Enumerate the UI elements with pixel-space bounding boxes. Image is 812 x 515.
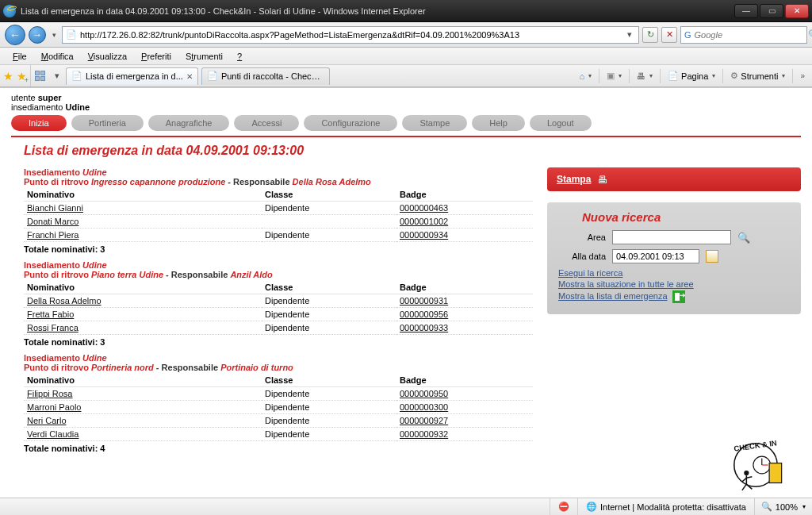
badge-link[interactable]: 0000000933 [400, 323, 448, 332]
menu-bar: File Modifica Visualizza Preferiti Strum… [0, 48, 812, 65]
user-name: super [38, 93, 62, 102]
minimize-button[interactable]: — [734, 4, 758, 18]
col-nominativo: Nominativo [24, 188, 262, 202]
back-button[interactable]: ← [5, 25, 25, 45]
nav-stampe[interactable]: Stampe [402, 115, 467, 131]
menu-preferiti[interactable]: Preferiti [135, 49, 178, 63]
nominativo-link[interactable]: Donati Marco [27, 217, 79, 226]
address-input[interactable] [80, 30, 621, 40]
browser-search-input[interactable] [695, 30, 805, 40]
add-favorite-icon[interactable]: ★+ [17, 70, 27, 83]
table-row: Della Rosa AdelmoDipendente0000000931 [24, 294, 533, 308]
favorites-star-icon[interactable]: ★ [3, 70, 13, 83]
menu-visualizza[interactable]: Visualizza [82, 49, 133, 63]
classe-cell: Dipendente [262, 321, 396, 335]
tab-other[interactable]: 📄 Punti di raccolta - Check&... [201, 67, 330, 85]
search-go-icon[interactable]: 🔍 [808, 29, 812, 40]
nav-configurazione[interactable]: Configurazione [304, 115, 397, 131]
forward-button[interactable]: → [29, 26, 46, 44]
window-titlebar: Lista di emergenza in data 04.09.2001 09… [0, 0, 812, 22]
table-row: Neri CarloDipendente0000000927 [24, 414, 533, 428]
tab-other-label: Punti di raccolta - Check&... [221, 71, 324, 81]
nav-accessi[interactable]: Accessi [234, 115, 299, 131]
checkin-logo: CHECK & IN [723, 437, 788, 493]
tab-close-icon[interactable]: ✕ [186, 72, 193, 81]
badge-link[interactable]: 0000000934 [400, 230, 448, 240]
window-title: Lista di emergenza in data 04.09.2001 09… [21, 6, 734, 16]
emergency-exit-icon [672, 290, 685, 303]
badge-link[interactable]: 0000000463 [400, 203, 448, 213]
nominativo-link[interactable]: Marroni Paolo [27, 402, 81, 412]
tools-menu-button[interactable]: ⚙ Strumenti [726, 68, 789, 84]
quick-tabs-icon[interactable] [34, 71, 48, 82]
nav-logout[interactable]: Logout [530, 115, 592, 131]
zoom-icon: 🔍 [761, 502, 772, 512]
group-table: NominativoClasseBadgeDella Rosa AdelmoDi… [24, 281, 533, 335]
emergency-list: Insediamento UdinePunto di ritrovo Ingre… [11, 167, 533, 459]
feeds-button[interactable]: ▣ [603, 68, 626, 84]
quick-tabs-dropdown[interactable]: ▾ [52, 71, 63, 82]
badge-link[interactable]: 0000000950 [400, 389, 448, 398]
svg-line-9 [742, 484, 746, 490]
page-title-text: Lista di emergenza in data [24, 144, 186, 157]
menu-help[interactable]: ? [231, 49, 248, 63]
menu-strumenti[interactable]: Strumenti [179, 49, 229, 63]
nav-inizia[interactable]: Inizia [11, 115, 67, 131]
print-bar: Stampa 🖶 [547, 167, 801, 191]
nav-anagrafiche[interactable]: Anagrafiche [148, 115, 230, 131]
col-classe: Classe [262, 374, 396, 387]
badge-link[interactable]: 0000000932 [400, 429, 448, 439]
nominativo-link[interactable]: Neri Carlo [27, 416, 67, 425]
home-button[interactable]: ⌂ [575, 68, 596, 84]
stop-button[interactable]: ✕ [661, 27, 677, 43]
tab-active-label: Lista di emergenza in d... [86, 71, 183, 81]
gear-icon: ⚙ [730, 71, 738, 81]
status-bar: ⛔ 🌐 Internet | Modalità protetta: disatt… [0, 498, 812, 515]
calendar-icon[interactable] [706, 250, 718, 263]
table-row: Franchi PieraDipendente0000000934 [24, 229, 533, 242]
print-link[interactable]: Stampa [557, 174, 591, 185]
badge-link[interactable]: 0000000931 [400, 296, 448, 306]
badge-link[interactable]: 0000001002 [400, 217, 448, 226]
menu-modifica[interactable]: Modifica [35, 49, 80, 63]
badge-link[interactable]: 0000000300 [400, 402, 448, 412]
refresh-button[interactable]: ↻ [642, 27, 658, 43]
nav-portineria[interactable]: Portineria [71, 115, 144, 131]
area-lookup-icon[interactable]: 🔍 [737, 232, 750, 244]
link-situazione-aree[interactable]: Mostra la situazione in tutte le aree [558, 279, 790, 289]
print-toolbar-button[interactable]: 🖶 [633, 68, 657, 84]
zoom-control[interactable]: 🔍 100% ▾ [754, 498, 812, 515]
nav-history-dropdown[interactable]: ▾ [49, 31, 59, 39]
nominativo-link[interactable]: Verdi Claudia [27, 429, 79, 439]
group-table: NominativoClasseBadgeFilippi RosaDipende… [24, 374, 533, 441]
browser-search-box[interactable]: G 🔍 [680, 26, 807, 44]
close-button[interactable]: ✕ [785, 4, 809, 18]
nominativo-link[interactable]: Fretta Fabio [27, 309, 74, 319]
badge-link[interactable]: 0000000956 [400, 309, 448, 319]
tab-active[interactable]: 📄 Lista di emergenza in d... ✕ [66, 67, 198, 85]
tab-icon: 📄 [207, 71, 218, 82]
maximize-button[interactable]: ▭ [760, 4, 783, 18]
date-input[interactable] [612, 249, 699, 263]
nominativo-link[interactable]: Filippi Rosa [27, 389, 72, 398]
link-lista-emergenza[interactable]: Mostra la lista di emergenza [558, 291, 668, 301]
svg-point-5 [744, 471, 749, 475]
address-bar[interactable]: 📄 ▾ [62, 26, 639, 44]
nominativo-link[interactable]: Bianchi Gianni [27, 203, 83, 213]
nominativo-link[interactable]: Rossi Franca [27, 323, 79, 332]
date-label: Alla data [558, 252, 606, 261]
link-esegui-ricerca[interactable]: Esegui la ricerca [558, 268, 790, 278]
nominativo-link[interactable]: Della Rosa Adelmo [27, 296, 102, 306]
ie-icon [3, 5, 16, 17]
page-menu-button[interactable]: 📄 Pagina [664, 68, 719, 84]
area-input[interactable] [612, 230, 731, 244]
menu-file[interactable]: File [6, 49, 33, 63]
address-dropdown-icon[interactable]: ▾ [624, 29, 635, 40]
nav-help[interactable]: Help [472, 115, 525, 131]
toolbar-overflow[interactable]: » [796, 68, 809, 84]
page-viewport: utente super insediamento Udine Inizia P… [0, 87, 812, 498]
badge-link[interactable]: 0000000927 [400, 416, 448, 425]
table-row: Donati Marco0000001002 [24, 215, 533, 229]
classe-cell: Dipendente [262, 294, 396, 308]
nominativo-link[interactable]: Franchi Piera [27, 230, 79, 240]
